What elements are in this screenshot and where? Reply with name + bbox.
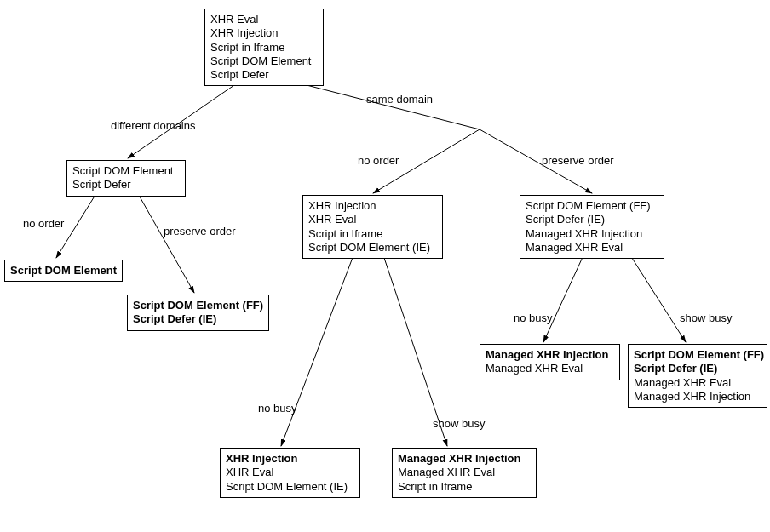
svg-line-9 [630,255,686,342]
edge-label-show-busy-2: show busy [680,312,732,324]
node-root-line-0: XHR Eval [210,13,318,26]
svg-line-1 [307,85,480,129]
node-root: XHR Eval XHR Injection Script in Iframe … [204,9,324,86]
node-sdno-no-busy: XHR Injection XHR Eval Script DOM Elemen… [220,448,360,498]
node-sdpr-show-busy-line-0: Script DOM Element (FF) [634,348,761,362]
node-root-line-4: Script Defer [210,68,318,82]
node-sd-no-order-line-0: XHR Injection [308,199,437,213]
node-different-domains: Script DOM Element Script Defer [66,160,186,197]
node-sdno-show-busy-line-0: Managed XHR Injection [398,452,531,466]
node-sd-preserve-order-line-3: Managed XHR Eval [526,241,658,255]
edge-label-same-domain: same domain [366,93,433,106]
node-sdpr-no-busy-line-1: Managed XHR Eval [486,362,614,375]
node-sdpr-no-busy-line-0: Managed XHR Injection [486,348,614,362]
node-sd-preserve-order-line-1: Script Defer (IE) [526,213,658,226]
edge-label-no-busy-1: no busy [258,402,297,415]
node-dd-no-order: Script DOM Element [4,260,123,282]
node-different-domains-line-1: Script Defer [72,178,180,192]
edge-label-preserve-order-1: preserve order [164,225,236,237]
edge-label-no-order-1: no order [23,217,64,230]
edge-label-show-busy-1: show busy [433,417,485,430]
node-dd-preserve-order-line-1: Script Defer (IE) [133,312,263,326]
node-sdno-no-busy-line-1: XHR Eval [226,466,354,479]
node-sdpr-show-busy-line-3: Managed XHR Injection [634,390,761,403]
node-sd-preserve-order-line-2: Managed XHR Injection [526,227,658,241]
node-sdno-show-busy-line-1: Managed XHR Eval [398,466,531,479]
edge-label-preserve-order-2: preserve order [542,154,614,167]
node-sd-preserve-order-line-0: Script DOM Element (FF) [526,199,658,213]
node-sdpr-no-busy: Managed XHR Injection Managed XHR Eval [480,344,620,380]
node-sdno-show-busy-line-2: Script in Iframe [398,480,531,494]
svg-line-5 [136,191,194,293]
node-root-line-3: Script DOM Element [210,54,318,68]
node-sdno-show-busy: Managed XHR Injection Managed XHR Eval S… [392,448,537,498]
node-sd-preserve-order: Script DOM Element (FF) Script Defer (IE… [520,195,664,259]
node-different-domains-line-0: Script DOM Element [72,164,180,178]
node-sd-no-order-line-2: Script in Iframe [308,227,437,241]
edge-label-different-domains: different domains [111,119,196,132]
node-sd-no-order-line-1: XHR Eval [308,213,437,226]
node-sd-no-order: XHR Injection XHR Eval Script in Iframe … [302,195,443,259]
node-root-line-1: XHR Injection [210,26,318,40]
node-dd-preserve-order-line-0: Script DOM Element (FF) [133,299,263,312]
edge-label-no-busy-2: no busy [514,312,553,324]
node-sdno-no-busy-line-2: Script DOM Element (IE) [226,480,354,494]
node-sdpr-show-busy-line-2: Managed XHR Eval [634,376,761,390]
node-root-line-2: Script in Iframe [210,41,318,54]
node-sdpr-show-busy: Script DOM Element (FF) Script Defer (IE… [628,344,767,408]
node-sdpr-show-busy-line-1: Script Defer (IE) [634,362,761,375]
node-dd-preserve-order: Script DOM Element (FF) Script Defer (IE… [127,295,269,331]
node-sd-no-order-line-3: Script DOM Element (IE) [308,241,437,255]
svg-line-6 [281,255,353,446]
edge-label-no-order-2: no order [358,154,399,167]
diagram-canvas: XHR Eval XHR Injection Script in Iframe … [0,0,770,532]
node-sdno-no-busy-line-0: XHR Injection [226,452,354,466]
node-dd-no-order-line-0: Script DOM Element [10,264,117,277]
svg-line-8 [543,255,583,342]
